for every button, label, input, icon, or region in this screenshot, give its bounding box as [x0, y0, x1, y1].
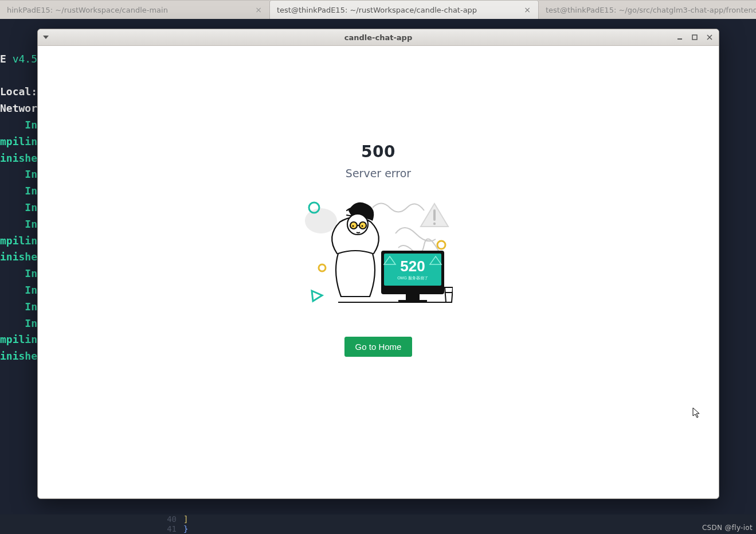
close-icon[interactable]: × — [254, 6, 263, 14]
svg-point-6 — [319, 264, 326, 271]
editor-fragment: 40] 41} — [0, 514, 756, 534]
mouse-cursor-icon — [692, 407, 700, 419]
svg-point-12 — [352, 225, 354, 227]
code-token: ] — [183, 514, 188, 524]
svg-point-13 — [362, 225, 363, 227]
svg-rect-16 — [406, 294, 420, 300]
error-message: Server error — [346, 167, 411, 180]
terminal-tab-1[interactable]: hinkPadE15: ~/rustWorkspace/candle-main … — [0, 0, 269, 19]
svg-point-2 — [305, 208, 337, 233]
watermark-text: CSDN @fly-iot — [702, 524, 753, 532]
error-page: 500 Server error — [38, 23, 719, 475]
tab-label: test@thinkPadE15: ~/rustWorkspace/candle… — [277, 6, 519, 14]
line-number: 41 — [160, 524, 183, 534]
tab-label: hinkPadE15: ~/rustWorkspace/candle-main — [7, 6, 250, 14]
svg-point-5 — [433, 222, 436, 224]
svg-point-7 — [437, 241, 445, 249]
close-icon[interactable]: × — [523, 6, 531, 14]
illustration-screen-caption: OMG 服务器崩了 — [397, 276, 428, 280]
tab-label: test@thinkPadE15: ~/go/src/chatglm3-chat… — [546, 6, 756, 14]
illustration-screen-number: 520 — [400, 258, 425, 275]
error-illustration: 520 OMG 服务器崩了 — [304, 199, 453, 308]
go-home-button[interactable]: Go to Home — [344, 337, 413, 357]
code-token: } — [183, 524, 188, 534]
line-number: 40 — [160, 514, 183, 524]
app-window: candle-chat-app 500 Server error — [37, 29, 719, 499]
error-code: 500 — [361, 142, 395, 161]
terminal-tab-3[interactable]: test@thinkPadE15: ~/go/src/chatglm3-chat… — [539, 0, 756, 19]
terminal-tab-2[interactable]: test@thinkPadE15: ~/rustWorkspace/candle… — [269, 0, 539, 19]
terminal-tab-bar: hinkPadE15: ~/rustWorkspace/candle-main … — [0, 0, 756, 19]
